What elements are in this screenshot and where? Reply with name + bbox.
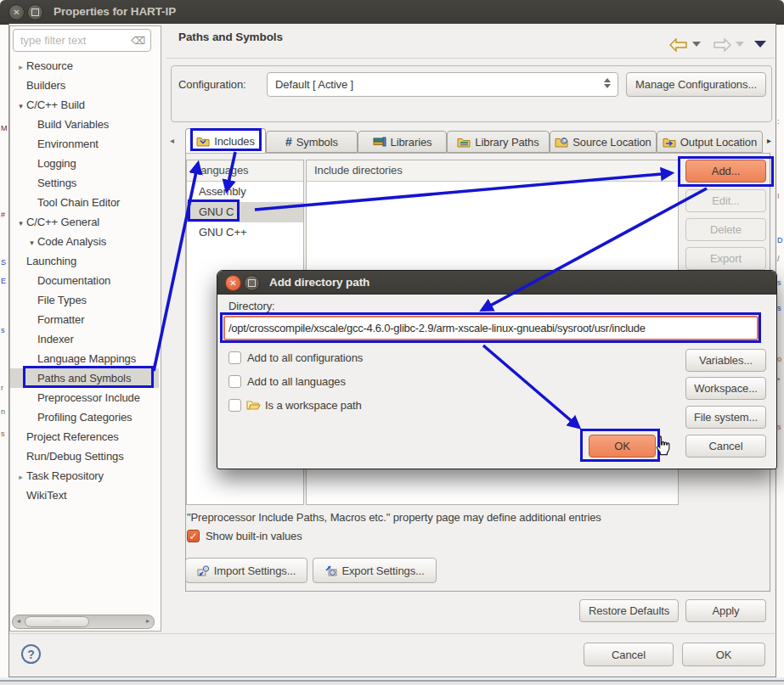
output-location-folder-icon [663, 137, 676, 148]
dialog-cancel-button-main[interactable]: Cancel [584, 643, 674, 666]
tree-item-cpp-build[interactable]: C/C++ Build [10, 95, 159, 115]
directory-input[interactable] [223, 316, 759, 340]
dialog-title: Add directory path [269, 276, 369, 289]
add-button[interactable]: Add... [685, 160, 766, 182]
forward-arrow-icon[interactable] [713, 38, 731, 52]
configuration-select[interactable]: Default [ Active ] [267, 72, 618, 97]
tree-label: Code Analysis [37, 235, 106, 248]
import-settings-icon [197, 565, 210, 576]
tab-source-location[interactable]: C Source Location [550, 131, 657, 153]
open-folder-icon [246, 399, 261, 411]
file-system-button[interactable]: File system... [685, 406, 766, 429]
dialog-titlebar[interactable]: ✕ Add directory path [217, 271, 776, 295]
export-button[interactable]: Export [685, 247, 766, 270]
collapse-icon[interactable] [26, 233, 37, 253]
tree-item-cpp-general[interactable]: C/C++ General [10, 212, 159, 232]
scroll-left-icon[interactable]: ◂ [17, 617, 20, 625]
tab-libraries[interactable]: Libraries [358, 131, 447, 153]
tree-horizontal-scrollbar[interactable]: ◂ ⋯ ▸ [12, 615, 155, 629]
show-builtin-checkbox[interactable]: ✓ [187, 530, 200, 542]
tree-item-launching[interactable]: Launching [10, 251, 159, 271]
dialog-close-icon[interactable]: ✕ [225, 275, 241, 291]
edge-glyph: s [777, 304, 781, 312]
maximize-window-icon[interactable] [27, 4, 43, 20]
tree-item-builders[interactable]: Builders [10, 76, 159, 95]
scrollbar-thumb[interactable]: ⋯ [25, 616, 89, 627]
expand-icon[interactable] [15, 468, 26, 487]
tree-item-profiling-categories[interactable]: Profiling Categories [10, 407, 159, 427]
tree-item-settings[interactable]: Settings [10, 173, 159, 193]
workspace-button[interactable]: Workspace... [685, 377, 766, 400]
edge-glyph: : [777, 117, 779, 126]
tree-item-run-debug-settings[interactable]: Run/Debug Settings [10, 446, 159, 466]
clear-filter-icon[interactable] [131, 34, 145, 47]
view-menu-icon[interactable] [754, 41, 766, 48]
tab-library-paths[interactable]: Library Paths [447, 131, 550, 153]
dialog-cancel-button[interactable]: Cancel [685, 435, 766, 458]
workspace-path-label: Is a workspace path [265, 399, 362, 412]
tree-label: Builders [26, 79, 65, 92]
tree-item-wikitext[interactable]: WikiText [10, 486, 159, 505]
forward-history-dropdown-icon[interactable] [736, 42, 744, 47]
configuration-value: Default [ Active ] [275, 78, 353, 91]
collapse-icon[interactable] [15, 214, 26, 233]
tree-item-formatter[interactable]: Formatter [10, 310, 159, 329]
combo-spinner-icon[interactable] [604, 78, 611, 88]
tree-item-project-references[interactable]: Project References [10, 427, 159, 446]
language-row-gnu-c[interactable]: GNU C [187, 202, 303, 222]
scroll-right-icon[interactable]: ▸ [146, 617, 149, 625]
language-row-assembly[interactable]: Assembly [187, 182, 303, 202]
apply-button[interactable]: Apply [685, 599, 766, 622]
window-titlebar[interactable]: ✕ Properties for HART-IP [0, 0, 784, 25]
tree-item-resource[interactable]: Resource [10, 56, 159, 76]
import-settings-button[interactable]: Import Settings... [185, 558, 307, 583]
dialog-maximize-icon[interactable] [244, 275, 260, 291]
workspace-path-checkbox[interactable] [228, 399, 241, 412]
back-history-dropdown-icon[interactable] [692, 42, 701, 47]
tree-label: Documentation [37, 274, 110, 287]
tabs-scroll-left-icon[interactable]: ◂ [170, 136, 174, 145]
filter-field-wrap [13, 29, 151, 52]
tree-item-environment[interactable]: Environment [10, 134, 159, 154]
tab-symbols[interactable]: Symbols [266, 131, 358, 153]
tree-item-tool-chain-editor[interactable]: Tool Chain Editor [10, 193, 159, 212]
manage-configurations-button[interactable]: Manage Configurations... [626, 72, 766, 97]
edit-button[interactable]: Edit... [685, 189, 766, 212]
tab-includes[interactable]: Includes [185, 128, 266, 153]
close-window-icon[interactable]: ✕ [8, 4, 25, 20]
tree-label: Run/Debug Settings [26, 450, 124, 463]
tree-item-language-mappings[interactable]: Language Mappings [10, 349, 159, 368]
export-settings-button[interactable]: Export Settings... [313, 558, 437, 583]
variables-button[interactable]: Variables... [685, 349, 766, 372]
tree-item-indexer[interactable]: Indexer [10, 329, 159, 349]
add-all-languages-checkbox[interactable] [228, 375, 241, 388]
help-icon[interactable]: ? [21, 644, 41, 664]
tree-label: WikiText [26, 489, 67, 502]
tree-item-documentation[interactable]: Documentation [10, 271, 159, 290]
tab-output-location[interactable]: Output Location [657, 131, 763, 153]
add-all-configurations-checkbox[interactable] [228, 351, 241, 364]
tree-item-code-analysis[interactable]: Code Analysis [10, 232, 159, 251]
header-divider [166, 58, 775, 59]
back-arrow-icon[interactable] [669, 38, 688, 52]
dialog-ok-button-main[interactable]: OK [682, 643, 765, 666]
tree-label: Settings [37, 177, 76, 189]
language-row-gnu-cpp[interactable]: GNU C++ [187, 222, 303, 243]
tree-item-logging[interactable]: Logging [10, 154, 159, 173]
dialog-ok-button[interactable]: OK [589, 435, 656, 458]
tree-item-build-variables[interactable]: Build Variables [10, 115, 159, 134]
tree-item-paths-and-symbols[interactable]: Paths and Symbols [10, 368, 159, 388]
delete-button[interactable]: Delete [685, 218, 766, 241]
expand-icon[interactable] [15, 58, 26, 77]
source-location-folder-icon: C [555, 137, 568, 148]
tree-label: Indexer [37, 333, 74, 345]
edge-glyph: n [1, 407, 5, 416]
tree-label: Preprocessor Include [37, 391, 140, 404]
tree-item-file-types[interactable]: File Types [10, 290, 159, 310]
tree-item-task-repository[interactable]: Task Repository [10, 466, 159, 486]
tree-item-preprocessor-include[interactable]: Preprocessor Include [10, 388, 159, 407]
tab-label: Symbols [296, 136, 338, 149]
tab-label: Includes [214, 135, 255, 148]
restore-defaults-button[interactable]: Restore Defaults [579, 599, 679, 622]
collapse-icon[interactable] [15, 97, 26, 116]
